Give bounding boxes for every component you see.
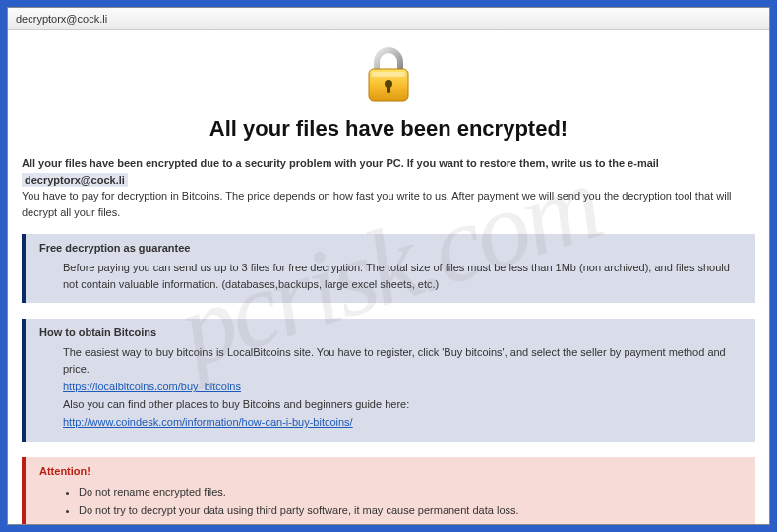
list-item: Decryption of your files with the help o…	[79, 520, 744, 524]
content-scroll[interactable]: All your files have been encrypted! All …	[8, 30, 769, 524]
list-item: Do not try to decrypt your data using th…	[79, 502, 744, 520]
svg-rect-1	[372, 72, 405, 77]
intro-bold: All your files have been encrypted due t…	[22, 157, 659, 169]
btc-line2: Also you can find other places to buy Bi…	[63, 398, 409, 410]
free-decryption-box: Free decryption as guarantee Before payi…	[22, 234, 755, 303]
list-item: Do not rename encrypted files.	[79, 483, 744, 502]
btc-line1: The easiest way to buy bitcoins is Local…	[63, 346, 726, 375]
window-title: decryptorx@cock.li	[16, 13, 107, 25]
titlebar: decryptorx@cock.li	[8, 8, 769, 30]
lock-icon	[363, 45, 414, 104]
main-heading: All your files have been encrypted!	[22, 116, 755, 142]
content-body: All your files have been encrypted! All …	[8, 30, 769, 524]
lock-icon-wrap	[22, 37, 755, 110]
contact-email: decryptorx@cock.li	[22, 173, 128, 187]
obtain-bitcoins-body: The easiest way to buy bitcoins is Local…	[39, 344, 744, 432]
attention-box: Attention! Do not rename encrypted files…	[22, 457, 755, 524]
obtain-bitcoins-box: How to obtain Bitcoins The easiest way t…	[22, 319, 755, 442]
ransom-note-window: decryptorx@cock.li	[7, 7, 770, 525]
intro-line2: You have to pay for decryption in Bitcoi…	[22, 190, 732, 218]
localbitcoins-link[interactable]: https://localbitcoins.com/buy_bitcoins	[63, 379, 241, 395]
coindesk-link[interactable]: http://www.coindesk.com/information/how-…	[63, 414, 353, 431]
attention-title: Attention!	[39, 465, 744, 477]
attention-list: Do not rename encrypted files. Do not tr…	[39, 483, 744, 524]
intro-paragraph: All your files have been encrypted due t…	[22, 155, 755, 220]
svg-rect-3	[387, 85, 390, 93]
obtain-bitcoins-title: How to obtain Bitcoins	[39, 326, 744, 338]
free-decryption-body: Before paying you can send us up to 3 fi…	[39, 260, 744, 293]
free-decryption-title: Free decryption as guarantee	[39, 242, 744, 254]
